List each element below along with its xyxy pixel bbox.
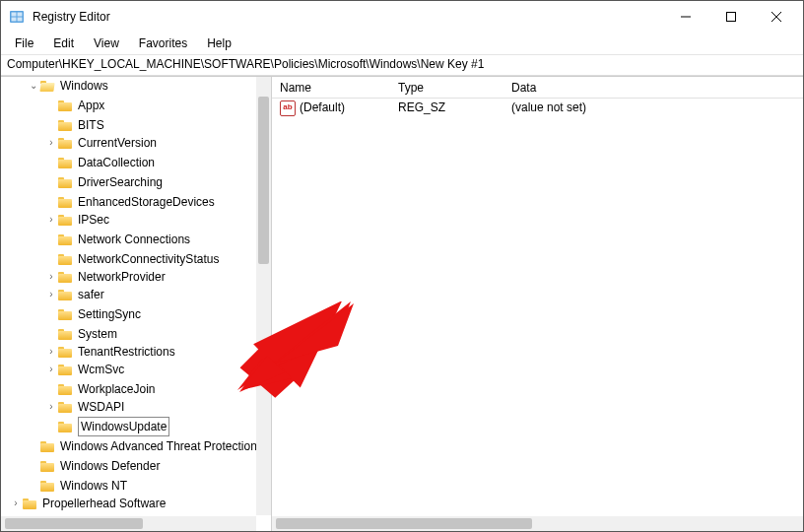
menu-file[interactable]: File	[7, 34, 41, 52]
tree-node[interactable]: › safer	[44, 286, 104, 303]
close-button[interactable]	[754, 1, 799, 33]
folder-icon	[58, 327, 74, 341]
tree-node[interactable]: SettingSync	[44, 305, 141, 323]
tree-node[interactable]: WorkplaceJoin	[44, 380, 155, 398]
tree-label: Network Connections	[78, 231, 190, 248]
tree-label: TenantRestrictions	[78, 343, 175, 361]
menu-help[interactable]: Help	[199, 34, 239, 52]
list-body[interactable]: (Default) REG_SZ (value not set)	[272, 99, 803, 531]
list-pane: Name Type Data (Default) REG_SZ (value n…	[272, 77, 803, 531]
tree-node[interactable]: System	[44, 325, 117, 343]
tree-pane: ⌄ Windows Appx BITS › CurrentVersion Dat…	[1, 77, 272, 531]
tree-label: WSDAPI	[78, 398, 124, 416]
tree-node[interactable]: EnhancedStorageDevices	[44, 193, 215, 211]
scrollbar-thumb[interactable]	[276, 518, 532, 529]
tree-label: Windows Advanced Threat Protection	[60, 437, 257, 455]
chevron-right-icon[interactable]: ›	[44, 343, 58, 361]
svg-rect-3	[12, 18, 17, 22]
chevron-right-icon[interactable]: ›	[44, 398, 58, 416]
menu-view[interactable]: View	[86, 34, 127, 52]
folder-icon	[58, 382, 74, 396]
tree-label: NetworkConnectivityStatus	[78, 250, 219, 268]
tree-node[interactable]: Windows Advanced Threat Protection	[27, 437, 257, 455]
folder-icon	[58, 156, 74, 169]
tree-node[interactable]: DataCollection	[44, 154, 155, 171]
value-name: (Default)	[300, 100, 345, 114]
folder-icon	[40, 459, 56, 473]
tree-vertical-scrollbar[interactable]	[256, 77, 271, 515]
chevron-right-icon[interactable]: ›	[44, 361, 58, 378]
column-header-type[interactable]: Type	[394, 81, 507, 95]
minimize-button[interactable]	[663, 1, 708, 33]
registry-tree[interactable]: ⌄ Windows Appx BITS › CurrentVersion Dat…	[1, 77, 271, 515]
tree-node[interactable]: › CurrentVersion	[44, 134, 157, 152]
tree-label: DataCollection	[78, 154, 155, 171]
registry-editor-window: Registry Editor File Edit View Favorites…	[0, 0, 804, 532]
scrollbar-thumb[interactable]	[5, 518, 143, 529]
regedit-icon	[9, 9, 25, 25]
value-data: (value not set)	[507, 100, 803, 114]
tree-node[interactable]: Windows NT	[27, 477, 127, 495]
tree-label: EnhancedStorageDevices	[78, 193, 215, 211]
tree-node[interactable]: BITS	[44, 116, 104, 134]
tree-label: BITS	[78, 116, 104, 134]
folder-icon	[58, 136, 74, 150]
column-header-data[interactable]: Data	[507, 81, 803, 95]
tree-node[interactable]: › NetworkProvider	[44, 268, 166, 286]
tree-node[interactable]: Appx	[44, 97, 104, 114]
tree-node[interactable]: Windows Defender	[27, 457, 160, 475]
tree-node[interactable]: Network Connections	[44, 231, 190, 248]
list-row[interactable]: (Default) REG_SZ (value not set)	[272, 99, 803, 116]
folder-icon	[58, 99, 74, 112]
chevron-right-icon[interactable]: ›	[44, 134, 58, 152]
tree-horizontal-scrollbar[interactable]	[1, 516, 256, 531]
value-type: REG_SZ	[394, 100, 507, 114]
tree-label: Windows Defender	[60, 457, 160, 475]
folder-icon	[58, 118, 74, 132]
tree-label: IPSec	[78, 211, 109, 229]
tree-node[interactable]: › WcmSvc	[44, 361, 124, 378]
chevron-down-icon[interactable]: ⌄	[27, 77, 40, 95]
svg-rect-6	[727, 13, 736, 22]
folder-icon	[58, 345, 74, 359]
tree-node[interactable]: › Propellerhead Software	[9, 495, 166, 512]
folder-icon	[23, 514, 38, 515]
tree-label: Windows NT	[60, 477, 127, 495]
list-horizontal-scrollbar[interactable]	[272, 516, 803, 531]
folder-icon	[58, 195, 74, 209]
maximize-button[interactable]	[708, 1, 754, 33]
column-header-name[interactable]: Name	[276, 81, 394, 95]
menu-edit[interactable]: Edit	[45, 34, 82, 52]
tree-label: Appx	[78, 97, 104, 114]
tree-node[interactable]: › WSDAPI	[44, 398, 124, 416]
tree-rename-input[interactable]: WindowsUpdate	[78, 417, 169, 436]
tree-node[interactable]: › Python	[9, 512, 79, 515]
folder-icon	[58, 363, 74, 376]
folder-icon	[58, 270, 74, 284]
svg-rect-1	[12, 13, 17, 17]
tree-node[interactable]: › IPSec	[44, 211, 109, 229]
tree-label: WcmSvc	[78, 361, 124, 378]
menubar: File Edit View Favorites Help	[1, 33, 803, 54]
string-value-icon	[280, 100, 296, 114]
menu-favorites[interactable]: Favorites	[131, 34, 195, 52]
tree-node[interactable]: DriverSearching	[44, 173, 163, 191]
tree-node[interactable]: NetworkConnectivityStatus	[44, 250, 219, 268]
folder-icon	[23, 497, 38, 510]
tree-node[interactable]: › TenantRestrictions	[44, 343, 175, 361]
svg-rect-4	[18, 18, 23, 22]
chevron-right-icon[interactable]: ›	[44, 268, 58, 286]
scrollbar-thumb[interactable]	[258, 97, 269, 264]
chevron-right-icon[interactable]: ›	[9, 495, 23, 512]
chevron-right-icon[interactable]: ›	[44, 286, 58, 303]
tree-node-windows[interactable]: ⌄ Windows	[27, 77, 108, 95]
chevron-right-icon[interactable]: ›	[9, 512, 23, 515]
tree-label: Windows	[60, 77, 108, 95]
chevron-right-icon[interactable]: ›	[44, 211, 58, 229]
titlebar[interactable]: Registry Editor	[1, 1, 803, 33]
folder-icon	[58, 175, 74, 189]
window-title: Registry Editor	[33, 10, 110, 24]
address-bar[interactable]: Computer\HKEY_LOCAL_MACHINE\SOFTWARE\Pol…	[1, 54, 803, 76]
tree-node[interactable]: WindowsUpdate	[44, 418, 169, 435]
tree-label: System	[78, 325, 117, 343]
